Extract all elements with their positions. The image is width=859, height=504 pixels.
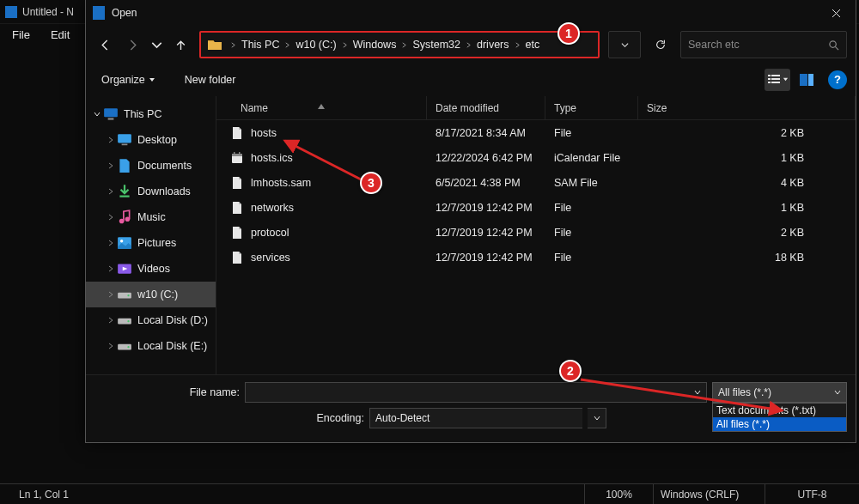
file-type: File xyxy=(545,252,638,264)
file-type: File xyxy=(545,227,638,239)
tree-item-local-disk-d-[interactable]: Local Disk (D:) xyxy=(86,307,216,333)
file-date: 12/7/2019 12:42 PM xyxy=(427,202,545,214)
dialog-titlebar: Open xyxy=(86,0,856,26)
svg-rect-11 xyxy=(118,134,131,143)
file-type-filter[interactable]: All files (*.*) Text documents (*.txt) A… xyxy=(712,382,847,403)
view-mode-button[interactable] xyxy=(765,69,790,91)
file-row[interactable]: protocol12/7/2019 12:42 PMFile2 KB xyxy=(216,220,856,245)
nav-forward-button[interactable] xyxy=(122,34,143,55)
filename-input[interactable] xyxy=(245,382,688,403)
file-type: File xyxy=(545,202,638,214)
pictures-icon xyxy=(117,236,132,250)
filter-dropdown: Text documents (*.txt) All files (*.*) xyxy=(712,403,847,432)
filename-label: File name: xyxy=(94,386,245,398)
file-row[interactable]: hosts.ics12/22/2024 6:42 PMiCalendar Fil… xyxy=(216,145,856,170)
file-row[interactable]: lmhosts.sam6/5/2021 4:38 PMSAM File4 KB xyxy=(216,170,856,195)
tree-item-videos[interactable]: Videos xyxy=(86,256,216,282)
new-folder-button[interactable]: New folder xyxy=(178,70,243,89)
tree-item-w10-c-[interactable]: w10 (C:) xyxy=(86,282,216,307)
file-row[interactable]: networks12/7/2019 12:42 PMFile1 KB xyxy=(216,195,856,220)
filename-history-button[interactable] xyxy=(688,382,707,403)
svg-rect-27 xyxy=(239,152,241,155)
status-zoom: 100% xyxy=(584,484,653,504)
breadcrumb-segment[interactable]: w10 (C:) xyxy=(292,37,339,52)
file-name: hosts.ics xyxy=(251,152,293,164)
tree-item-music[interactable]: Music xyxy=(86,204,216,230)
nav-back-button[interactable] xyxy=(94,34,115,55)
tree-item-label: Videos xyxy=(137,263,170,275)
column-size[interactable]: Size xyxy=(638,96,856,119)
svg-point-23 xyxy=(127,346,129,348)
search-input[interactable] xyxy=(688,39,828,51)
file-size: 2 KB xyxy=(638,227,856,239)
file-type: iCalendar File xyxy=(545,152,638,164)
tree-item-documents[interactable]: Documents xyxy=(86,153,216,179)
breadcrumb-segment[interactable]: System32 xyxy=(409,37,464,52)
filter-selected: All files (*.*) xyxy=(718,386,771,398)
chevron-right-icon xyxy=(105,188,117,195)
organize-label: Organize xyxy=(101,74,145,86)
downloads-icon xyxy=(117,185,132,198)
file-size: 2 KB xyxy=(638,127,856,139)
desktop-icon xyxy=(117,133,132,147)
file-list: Name Date modified Type Size hosts8/17/2… xyxy=(216,96,856,374)
tree-item-label: Pictures xyxy=(137,237,176,249)
chevron-down-icon xyxy=(834,389,841,396)
svg-rect-8 xyxy=(808,74,813,86)
encoding-select[interactable] xyxy=(369,408,582,428)
tree-item-pictures[interactable]: Pictures xyxy=(86,230,216,256)
file-row[interactable]: services12/7/2019 12:42 PMFile18 KB xyxy=(216,245,856,270)
dialog-title: Open xyxy=(112,7,816,19)
nav-up-button[interactable] xyxy=(170,34,191,55)
file-date: 12/22/2024 6:42 PM xyxy=(427,152,545,164)
refresh-button[interactable] xyxy=(648,31,673,58)
dialog-navbar: This PC w10 (C:) Windows System32 driver… xyxy=(86,26,856,64)
tree-item-label: Music xyxy=(137,211,166,223)
tree-item-label: Documents xyxy=(137,160,192,172)
breadcrumb-segment[interactable]: drivers xyxy=(473,37,513,52)
encoding-dropdown-button[interactable] xyxy=(588,408,606,428)
filter-option[interactable]: All files (*.*) xyxy=(713,417,846,431)
menu-file[interactable]: File xyxy=(2,25,40,45)
nav-history-button[interactable] xyxy=(149,34,163,55)
file-name: services xyxy=(251,252,290,264)
tree-item-local-disk-e-[interactable]: Local Disk (E:) xyxy=(86,333,216,359)
help-button[interactable]: ? xyxy=(828,70,847,89)
dialog-icon xyxy=(93,6,105,20)
column-date[interactable]: Date modified xyxy=(427,96,545,119)
sort-asc-icon xyxy=(318,100,325,112)
file-type: SAM File xyxy=(545,177,638,189)
column-type[interactable]: Type xyxy=(545,96,638,119)
search-icon xyxy=(828,39,839,51)
menu-edit[interactable]: Edit xyxy=(40,25,80,45)
breadcrumb-segment[interactable]: Windows xyxy=(350,37,400,52)
breadcrumb-segment[interactable]: This PC xyxy=(238,37,283,52)
chevron-down-icon xyxy=(91,111,103,118)
tree-item-downloads[interactable]: Downloads xyxy=(86,179,216,204)
search-box[interactable] xyxy=(680,31,847,58)
drive-icon xyxy=(117,339,132,353)
annotation-marker-2: 2 xyxy=(559,360,582,382)
address-dropdown-button[interactable] xyxy=(608,31,641,58)
svg-rect-9 xyxy=(104,108,118,117)
close-button[interactable] xyxy=(816,0,856,26)
chevron-right-icon xyxy=(105,214,117,221)
file-size: 4 KB xyxy=(638,177,856,189)
preview-pane-button[interactable] xyxy=(794,69,819,91)
file-row[interactable]: hosts8/17/2021 8:34 AMFile2 KB xyxy=(216,120,856,145)
svg-rect-6 xyxy=(771,82,780,83)
tree-item-label: Desktop xyxy=(137,134,177,146)
tree-item-desktop[interactable]: Desktop xyxy=(86,127,216,153)
chevron-right-icon xyxy=(105,317,117,324)
tree-root-thispc[interactable]: This PC xyxy=(86,101,216,127)
breadcrumb-segment[interactable]: etc xyxy=(522,37,544,52)
file-name: hosts xyxy=(251,127,277,139)
address-bar[interactable]: This PC w10 (C:) Windows System32 driver… xyxy=(199,31,600,58)
column-name[interactable]: Name xyxy=(216,96,427,119)
status-cursor-pos: Ln 1, Col 1 xyxy=(0,484,584,504)
organize-button[interactable]: Organize xyxy=(94,70,162,89)
filter-option[interactable]: Text documents (*.txt) xyxy=(713,404,846,417)
file-size: 1 KB xyxy=(638,152,856,164)
chevron-right-icon xyxy=(105,137,117,143)
svg-rect-26 xyxy=(234,152,235,155)
